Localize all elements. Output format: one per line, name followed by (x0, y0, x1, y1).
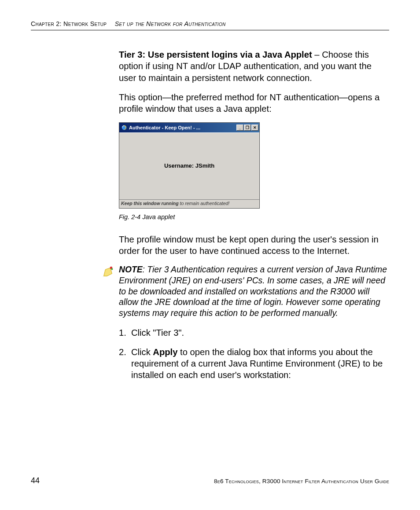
header-section: Set up the Network for Authentication (115, 20, 226, 27)
applet-username: Username: JSmith (164, 162, 214, 170)
ie-icon (121, 125, 127, 131)
running-header: Chapter 2: Network Setup Set up the Netw… (31, 20, 389, 30)
paragraph-keep-open: The profile window must be kept open dur… (119, 234, 388, 257)
tier3-title: Tier 3: Use persistent logins via a Java… (119, 50, 312, 59)
step-2-bold: Apply (153, 347, 177, 357)
applet-status-bold: Keep this window running (121, 201, 179, 206)
note-block: NOTE: Tier 3 Authentication requires a c… (101, 264, 388, 319)
paragraph-preferred: This option—the preferred method for NT … (119, 92, 388, 115)
applet-status-rest: to remain authenticated! (179, 201, 230, 206)
main-content: Tier 3: Use persistent logins via a Java… (119, 49, 388, 381)
minimize-button[interactable]: _ (236, 125, 243, 131)
maximize-button[interactable]: ❐ (244, 125, 251, 131)
step-1-text: Click "Tier 3". (131, 327, 388, 338)
header-chapter: Chapter 2: Network Setup (31, 20, 107, 27)
page-footer: 44 8e6 Technologies, R3000 Internet Filt… (31, 476, 389, 485)
paragraph-tier3-intro: Tier 3: Use persistent logins via a Java… (119, 49, 388, 84)
applet-title: Authenticator - Keep Open! - ... (129, 125, 236, 131)
step-1: 1. Click "Tier 3". (119, 327, 388, 338)
note-body: : Tier 3 Authentication requires a curre… (119, 265, 387, 318)
steps-list: 1. Click "Tier 3". 2. Click Apply to ope… (119, 327, 388, 381)
step-2: 2. Click Apply to open the dialog box th… (119, 346, 388, 381)
applet-figure: Authenticator - Keep Open! - ... _ ❐ ✕ U… (119, 122, 388, 209)
step-2-a: Click (131, 347, 153, 357)
figure-caption: Fig. 2-4 Java applet (119, 213, 388, 221)
close-button[interactable]: ✕ (251, 125, 258, 131)
svg-point-0 (122, 125, 127, 130)
note-icon (101, 265, 114, 279)
step-1-number: 1. (119, 327, 131, 338)
step-2-text: Click Apply to open the dialog box that … (131, 346, 388, 381)
step-2-number: 2. (119, 346, 131, 381)
applet-window: Authenticator - Keep Open! - ... _ ❐ ✕ U… (119, 122, 260, 209)
applet-titlebar: Authenticator - Keep Open! - ... _ ❐ ✕ (119, 123, 259, 132)
svg-point-2 (111, 268, 113, 270)
footer-text: 8e6 Technologies, R3000 Internet Filter … (214, 478, 389, 484)
page-number: 44 (31, 476, 40, 485)
applet-statusbar: Keep this window running to remain authe… (119, 199, 259, 208)
applet-body: Username: JSmith (119, 132, 259, 199)
note-label: NOTE (119, 265, 143, 274)
note-text: NOTE: Tier 3 Authentication requires a c… (119, 264, 388, 319)
